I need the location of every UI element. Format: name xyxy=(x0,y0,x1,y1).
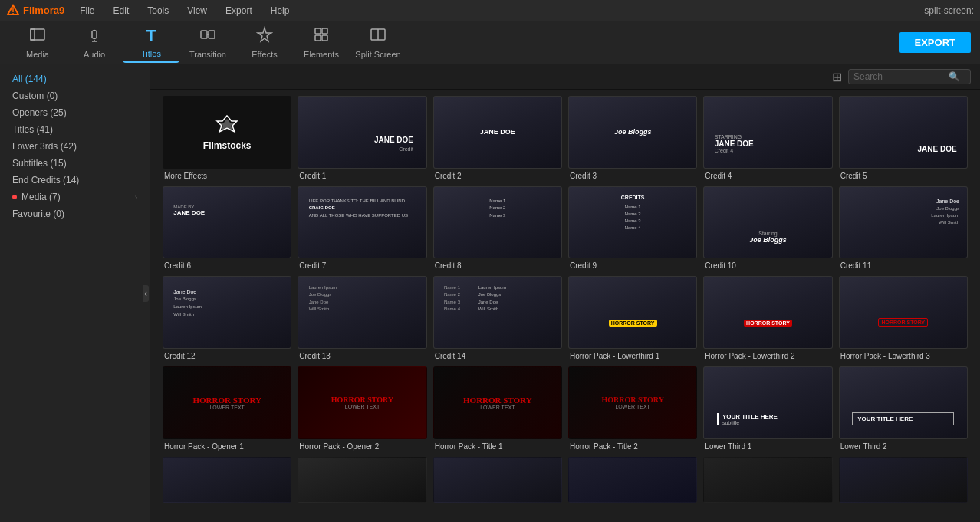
thumb-extra-1 xyxy=(163,457,291,503)
media-icon xyxy=(29,26,46,47)
grid-view-icon[interactable]: ⊞ xyxy=(832,70,842,84)
list-item[interactable]: Name 1 Name 2 Name 3 Credit 8 xyxy=(433,186,562,271)
list-item[interactable]: Jane Doe Joe Bloggs Lauren Ipsum Will Sm… xyxy=(839,186,968,271)
sidebar-all-label: All (144) xyxy=(12,74,47,84)
list-item[interactable]: HORROR STORY LOWER TEXT Horror Pack - Ti… xyxy=(568,366,697,451)
list-item[interactable]: Lauren Ipsum Joe Bloggs Jane Doe Will Sm… xyxy=(298,276,426,360)
app-logo: Filmora9 xyxy=(6,4,64,18)
elements-icon xyxy=(313,26,330,47)
more-effects-label: More Effects xyxy=(163,172,291,180)
sidebar-item-custom[interactable]: Custom (0) xyxy=(0,87,150,104)
horror-opener-1-title: HORROR STORY xyxy=(192,396,261,405)
thumb-extra-2 xyxy=(298,457,426,503)
toolbar-transition[interactable]: Transition xyxy=(179,23,236,63)
credit-13-label: Credit 13 xyxy=(298,352,426,360)
sidebar-titles-label: Titles (41) xyxy=(12,124,53,135)
grid-scroll[interactable]: Filmstocks More Effects JANE DOE Credit xyxy=(150,90,980,522)
sidebar-item-subtitles[interactable]: Subtitles (15) xyxy=(0,155,150,172)
list-item[interactable]: JANE DOE Credit 5 xyxy=(839,96,968,180)
list-item[interactable] xyxy=(163,457,291,506)
toolbar-media[interactable]: Media xyxy=(9,23,66,63)
horror-badge-yellow: HORROR STORY xyxy=(609,320,657,327)
toolbar-audio[interactable]: Audio xyxy=(66,23,123,63)
sidebar-item-favourite[interactable]: Favourite (0) xyxy=(0,205,150,222)
menu-view[interactable]: View xyxy=(184,4,210,18)
list-item[interactable]: Filmstocks More Effects xyxy=(163,96,291,180)
list-item[interactable]: HORROR STORY Horror Pack - Lowerthird 1 xyxy=(568,276,697,360)
lower-third-2-label: Lower Third 2 xyxy=(839,442,968,451)
menu-export[interactable]: Export xyxy=(222,4,255,18)
menu-help[interactable]: Help xyxy=(268,4,293,18)
toolbar-splitscreen-label: Split Screen xyxy=(355,50,400,59)
horror-lower-3-label: Horror Pack - Lowerthird 3 xyxy=(839,352,968,360)
credit-14-label: Credit 14 xyxy=(433,352,562,360)
audio-icon xyxy=(86,26,103,47)
svg-rect-3 xyxy=(31,29,44,40)
toolbar-effects-label: Effects xyxy=(252,50,277,59)
list-item[interactable]: HORROR STORY LOWER TEXT Horror Pack - Ti… xyxy=(433,366,562,451)
list-item[interactable] xyxy=(298,457,426,506)
sidebar-item-openers[interactable]: Openers (25) xyxy=(0,104,150,121)
list-item[interactable]: YOUR TITLE HERE Lower Third 2 xyxy=(839,366,968,451)
list-item[interactable] xyxy=(839,457,968,506)
list-item[interactable]: Starring Joe Bloggs Credit 10 xyxy=(703,186,832,271)
menu-tools[interactable]: Tools xyxy=(144,4,172,18)
list-item[interactable]: Joe Bloggs Credit 3 xyxy=(568,96,697,180)
horror-opener-2-label: Horror Pack - Opener 2 xyxy=(298,442,426,451)
toolbar-titles-label: Titles xyxy=(141,49,161,58)
list-item[interactable] xyxy=(433,457,562,506)
sidebar-item-all[interactable]: All (144) xyxy=(0,71,150,87)
thumb-horror-lower-1: HORROR STORY xyxy=(568,276,697,349)
sidebar-collapse-button[interactable]: ‹ xyxy=(143,285,149,302)
list-item[interactable]: HORROR STORY Horror Pack - Lowerthird 2 xyxy=(703,276,832,360)
sidebar-custom-label: Custom (0) xyxy=(12,90,58,101)
thumb-credit-11: Jane Doe Joe Bloggs Lauren Ipsum Will Sm… xyxy=(839,186,968,259)
thumb-lower-third-2: YOUR TITLE HERE xyxy=(839,366,968,439)
search-input[interactable] xyxy=(853,71,945,82)
credit-9-label: Credit 9 xyxy=(568,261,697,270)
list-item[interactable] xyxy=(703,457,832,506)
thumb-credit-14: Name 1Lauren Ipsum Name 2Joe Bloggs Name… xyxy=(433,276,562,349)
menu-edit[interactable]: Edit xyxy=(110,4,133,18)
toolbar-elements[interactable]: Elements xyxy=(293,23,350,63)
thumb-horror-title-2: HORROR STORY LOWER TEXT xyxy=(568,366,697,439)
thumb-credit-12: Jane Doe Joe Bloggs Lauren Ipsum Will Sm… xyxy=(163,276,291,349)
media-chevron-icon: › xyxy=(135,193,137,202)
credit-10-label: Credit 10 xyxy=(703,261,832,270)
toolbar-elements-label: Elements xyxy=(304,50,339,59)
list-item[interactable]: LIFE POR THANKS TO: THE BILL AND BLIND C… xyxy=(298,186,426,271)
toolbar-splitscreen[interactable]: Split Screen xyxy=(350,23,406,63)
search-icon[interactable]: 🔍 xyxy=(949,71,960,82)
list-item[interactable] xyxy=(568,457,697,506)
sidebar-item-media[interactable]: Media (7) › xyxy=(0,189,150,205)
list-item[interactable]: STARRING JANE DOE Credit 4 Credit 4 xyxy=(703,96,832,180)
list-item[interactable]: MADE BY JANE DOE Credit 6 xyxy=(163,186,291,271)
list-item[interactable]: Jane Doe Joe Bloggs Lauren Ipsum Will Sm… xyxy=(163,276,291,360)
horror-title-1-text: HORROR STORY xyxy=(463,396,532,405)
thumb-credit-3: Joe Bloggs xyxy=(568,96,697,169)
menu-file[interactable]: File xyxy=(77,4,97,18)
list-item[interactable]: HORROR STORY Horror Pack - Lowerthird 3 xyxy=(839,276,968,360)
list-item[interactable]: HORROR STORY LOWER TEXT Horror Pack - Op… xyxy=(298,366,426,451)
credit-6-label: Credit 6 xyxy=(163,261,291,270)
menu-bar: Filmora9 File Edit Tools View Export Hel… xyxy=(0,0,980,21)
list-item[interactable]: JANE DOE Credit Credit 1 xyxy=(298,96,426,180)
list-item[interactable]: Name 1Lauren Ipsum Name 2Joe Bloggs Name… xyxy=(433,276,562,360)
thumb-credit-2: JANE DOE xyxy=(433,96,562,169)
list-item[interactable]: HORROR STORY LOWER TEXT Horror Pack - Op… xyxy=(163,366,291,451)
lower-third-1-label: Lower Third 1 xyxy=(703,442,832,451)
sidebar-item-endcredits[interactable]: End Credits (14) xyxy=(0,172,150,189)
sidebar-item-lower3rds[interactable]: Lower 3rds (42) xyxy=(0,138,150,155)
toolbar-effects[interactable]: Effects xyxy=(236,23,293,63)
thumb-extra-3 xyxy=(433,457,562,503)
toolbar-titles[interactable]: T Titles xyxy=(123,23,179,63)
export-button[interactable]: EXPORT xyxy=(899,32,971,53)
horror-title-1-label: Horror Pack - Title 1 xyxy=(433,442,562,451)
sidebar-item-titles[interactable]: Titles (41) xyxy=(0,121,150,138)
sidebar-openers-label: Openers (25) xyxy=(12,107,67,118)
list-item[interactable]: YOUR TITLE HERE subtitle Lower Third 1 xyxy=(703,366,832,451)
thumb-credit-7: LIFE POR THANKS TO: THE BILL AND BLIND C… xyxy=(298,186,426,259)
transition-icon xyxy=(199,26,216,47)
list-item[interactable]: CREDITS Name 1 Name 2 Name 3 Name 4 Cred… xyxy=(568,186,697,271)
list-item[interactable]: JANE DOE Credit 2 xyxy=(433,96,562,180)
